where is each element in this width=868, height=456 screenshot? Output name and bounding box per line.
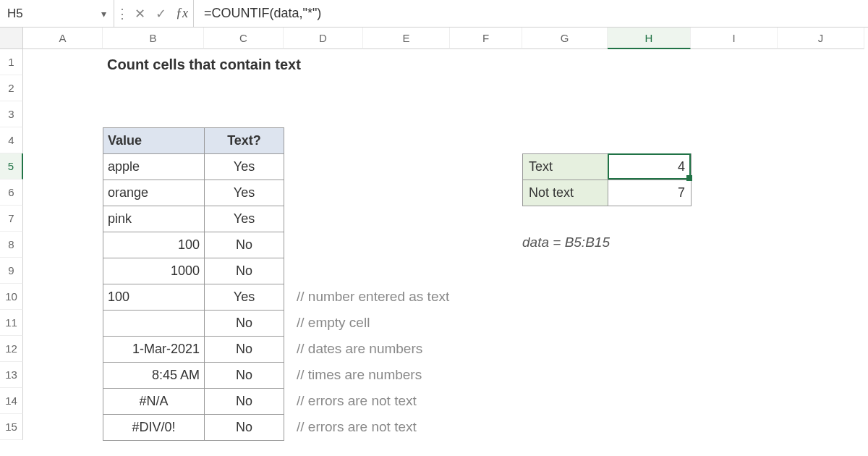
table-cell[interactable]: No (205, 363, 284, 389)
column-header[interactable]: I (691, 28, 778, 49)
comment-text: // dates are numbers (297, 341, 422, 357)
row-header[interactable]: 5 (0, 153, 23, 180)
table-cell[interactable]: orange (103, 180, 205, 206)
column-header[interactable]: G (522, 28, 608, 49)
column-header[interactable]: C (204, 28, 284, 49)
column-header[interactable]: F (450, 28, 522, 49)
comment-text: // errors are not text (297, 393, 417, 409)
row-header[interactable]: 4 (0, 127, 23, 153)
row-header[interactable]: 7 (0, 206, 23, 232)
table-cell[interactable]: apple (103, 154, 205, 180)
table-cell[interactable] (103, 311, 205, 337)
table-cell[interactable]: 8:45 AM (103, 363, 205, 389)
comments: // number entered as text // empty cell … (297, 284, 449, 440)
comment-text: // number entered as text (297, 289, 449, 305)
row-header[interactable]: 2 (0, 75, 23, 101)
named-range-note: data = B5:B15 (522, 235, 610, 250)
table-cell[interactable]: No (205, 337, 284, 363)
row-header[interactable]: 11 (0, 310, 23, 336)
fx-icon[interactable]: ƒx (171, 0, 194, 27)
row-header[interactable]: 1 (0, 49, 23, 75)
table-cell[interactable]: No (205, 311, 284, 337)
row-header[interactable]: 3 (0, 101, 23, 127)
table-cell[interactable]: #N/A (103, 389, 205, 415)
formula-input[interactable]: =COUNTIF(data,"*") (194, 6, 868, 21)
table-header-value[interactable]: Value (103, 128, 205, 154)
column-headers: A B C D E F G H I J (23, 28, 868, 49)
chevron-down-icon[interactable]: ▾ (101, 8, 106, 20)
name-box[interactable]: H5 ▾ (0, 0, 114, 27)
table-cell[interactable]: 100 (103, 232, 205, 258)
cell-reference: H5 (7, 7, 23, 21)
formula-bar-icons: ✕ ✓ (130, 6, 171, 22)
results-value[interactable]: 7 (608, 180, 692, 206)
page-title: Count cells that contain text (107, 56, 301, 72)
table-cell[interactable]: 100 (103, 284, 205, 311)
row-header[interactable]: 15 (0, 414, 23, 440)
row-header[interactable]: 13 (0, 362, 23, 388)
comment-text: // errors are not text (297, 419, 417, 435)
select-all-corner[interactable] (0, 28, 23, 49)
table-cell[interactable]: 1-Mar-2021 (103, 337, 205, 363)
column-header[interactable]: J (778, 28, 864, 49)
row-header[interactable]: 14 (0, 388, 23, 414)
worksheet[interactable]: Count cells that contain text Value Text… (23, 49, 868, 456)
row-header[interactable]: 8 (0, 232, 23, 258)
table-cell[interactable]: 1000 (103, 258, 205, 284)
table-cell[interactable]: No (205, 415, 284, 441)
table-cell[interactable]: #DIV/0! (103, 415, 205, 441)
column-header[interactable]: D (284, 28, 363, 49)
results-label[interactable]: Not text (523, 180, 608, 206)
results-label[interactable]: Text (523, 154, 608, 180)
row-header[interactable]: 9 (0, 258, 23, 284)
comment-text: // times are numbers (297, 367, 422, 383)
table-cell[interactable]: Yes (205, 206, 284, 232)
column-header[interactable]: A (23, 28, 103, 49)
table-cell[interactable]: Yes (205, 284, 284, 311)
table-cell[interactable]: No (205, 389, 284, 415)
row-header[interactable]: 6 (0, 180, 23, 206)
table-cell[interactable]: No (205, 258, 284, 284)
table-cell[interactable]: No (205, 232, 284, 258)
row-header[interactable]: 12 (0, 336, 23, 362)
results-value[interactable]: 4 (608, 154, 692, 180)
data-table: Value Text? appleYes orangeYes pinkYes 1… (103, 127, 284, 441)
table-cell[interactable]: Yes (205, 154, 284, 180)
results-table: Text 4 Not text 7 (522, 153, 692, 206)
row-headers: 1 2 3 4 5 6 7 8 9 10 11 12 13 14 15 (0, 28, 23, 456)
column-header[interactable]: B (103, 28, 204, 49)
table-header-text[interactable]: Text? (205, 128, 284, 154)
comment-text: // empty cell (297, 315, 370, 331)
cancel-icon[interactable]: ✕ (135, 6, 145, 22)
accept-icon[interactable]: ✓ (156, 6, 166, 22)
column-header[interactable]: H (608, 28, 691, 49)
table-cell[interactable]: pink (103, 206, 205, 232)
formula-bar: H5 ▾ ⋮ ✕ ✓ ƒx =COUNTIF(data,"*") (0, 0, 868, 28)
row-header[interactable]: 10 (0, 284, 23, 310)
column-header[interactable]: E (363, 28, 450, 49)
divider: ⋮ (114, 0, 130, 27)
table-cell[interactable]: Yes (205, 180, 284, 206)
